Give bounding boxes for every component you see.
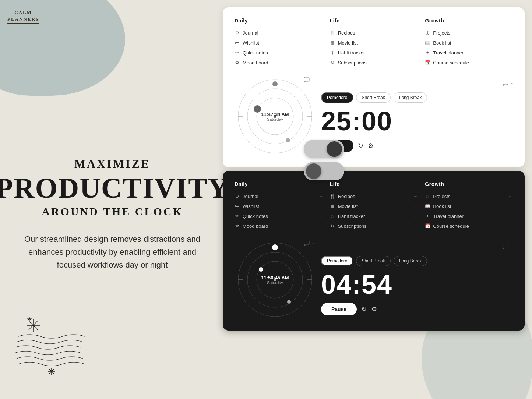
dark-habittracker-label: Habit tracker	[338, 213, 365, 219]
clock-center-light: 11:47:34 AM Saturday	[261, 112, 289, 121]
dark-nav-item-subscriptions[interactable]: ↻ Subscriptions ···	[330, 221, 418, 231]
daily-title: Daily	[235, 18, 323, 24]
dark-projects-label: Projects	[433, 194, 450, 199]
dark-wishlist-label: Wishlist	[243, 204, 259, 209]
chat-bubble-dark: ···	[304, 241, 314, 246]
right-panel: Daily ⊙ Journal ··· ≔ Wishlist ···	[215, 0, 532, 399]
travelplanner-label: Travel planner	[433, 50, 464, 56]
clock-day-dark: Saturday	[261, 280, 289, 285]
headline-area: MAXIMIZE PRODUCTIVITY AROUND THE CLOCK O…	[0, 157, 229, 272]
toggle-switch-off[interactable]	[304, 162, 344, 180]
moodboard-label: Mood board	[243, 60, 268, 66]
projects-label: Projects	[433, 30, 450, 36]
dark-nav-item-wishlist[interactable]: ≔ Wishlist ···	[235, 201, 323, 211]
dark-journal-icon: ⊙	[235, 194, 240, 199]
svg-point-32	[272, 244, 278, 250]
quicknotes-icon: ✏	[235, 50, 240, 56]
light-pomo-tabs: Pomodoro Short Break Long Break	[321, 92, 513, 103]
nav-item-travelplanner[interactable]: ✈ Travel planner ···	[425, 48, 513, 58]
recipes-icon: 🍴	[330, 31, 335, 36]
daily-column: Daily ⊙ Journal ··· ≔ Wishlist ···	[235, 18, 323, 68]
dark-movielist-icon: ▦	[330, 204, 335, 209]
growth-title: Growth	[425, 18, 513, 24]
dark-life-column: Life 🍴 Recipes ··· ▦ Movie list ···	[330, 181, 418, 231]
booklist-icon: 📖	[425, 40, 430, 46]
productivity-text: PRODUCTIVITY	[0, 174, 229, 202]
wishlist-label: Wishlist	[243, 40, 259, 46]
wishlist-icon: ≔	[235, 40, 240, 46]
dark-recipes-label: Recipes	[338, 194, 355, 199]
subscriptions-label: Subscriptions	[338, 60, 367, 66]
nav-item-projects[interactable]: ◎ Projects ···	[425, 28, 513, 38]
journal-label: Journal	[243, 30, 258, 36]
svg-point-33	[259, 267, 263, 272]
pomo-tab-long-dark[interactable]: Long Break	[394, 256, 427, 266]
dark-subscriptions-icon: ↻	[330, 224, 335, 229]
dark-subscriptions-label: Subscriptions	[338, 223, 367, 229]
description-text: Our streamlined design removes distracti…	[24, 233, 201, 272]
nav-item-quicknotes[interactable]: ✏ Quick notes ···	[235, 48, 323, 58]
pomo-tab-long-light[interactable]: Long Break	[394, 92, 427, 103]
chat-bubble-light: ···	[304, 77, 314, 82]
dark-daily-column: Daily ⊙ Journal ··· ≔ Wishlist ···	[235, 181, 323, 231]
dark-nav-item-travelplanner[interactable]: ✈ Travel planner ···	[425, 211, 513, 221]
dark-nav-item-movielist[interactable]: ▦ Movie list ···	[330, 201, 418, 211]
dark-refresh-icon[interactable]: ↻	[361, 305, 367, 313]
dark-wishlist-icon: ≔	[235, 204, 240, 209]
nav-item-journal[interactable]: ⊙ Journal ···	[235, 28, 323, 38]
dark-pause-button[interactable]: Pause	[321, 303, 357, 315]
dark-settings-icon[interactable]: ⚙	[371, 305, 377, 313]
light-settings-icon[interactable]: ⚙	[368, 142, 374, 150]
dark-growth-column: Growth ◎ Projects ··· 📖 Book list ···	[425, 181, 513, 231]
dark-nav-item-moodboard[interactable]: ✿ Mood board ···	[235, 221, 323, 231]
dark-travelplanner-label: Travel planner	[433, 213, 464, 219]
dark-habittracker-icon: ◎	[330, 214, 335, 219]
light-mode-card: Daily ⊙ Journal ··· ≔ Wishlist ···	[223, 7, 525, 167]
nav-item-recipes[interactable]: 🍴 Recipes ···	[330, 28, 418, 38]
nav-item-movielist[interactable]: ▦ Movie list ···	[330, 38, 418, 48]
nav-item-habittracker[interactable]: ◎ Habit tracker ···	[330, 48, 418, 58]
dark-nav-item-projects[interactable]: ◎ Projects ···	[425, 191, 513, 201]
courseschedule-icon: 📅	[425, 60, 430, 66]
dark-nav-item-habittracker[interactable]: ◎ Habit tracker ···	[330, 211, 418, 221]
pomo-tab-pomodoro-light[interactable]: Pomodoro	[321, 92, 353, 103]
clock-time-light: 11:47:34 AM	[261, 112, 289, 117]
nav-item-courseschedule[interactable]: 📅 Course schedule ···	[425, 58, 513, 68]
svg-point-21	[286, 138, 290, 142]
svg-point-19	[272, 81, 278, 86]
light-nav-grid: Daily ⊙ Journal ··· ≔ Wishlist ···	[235, 18, 513, 68]
habittracker-icon: ◎	[330, 50, 335, 56]
dark-timer-row: 11:56:45 AM Saturday ··· ··· Pomodoro	[235, 239, 513, 320]
dark-nav-grid: Daily ⊙ Journal ··· ≔ Wishlist ···	[235, 181, 513, 231]
dark-clock-widget: 11:56:45 AM Saturday ···	[235, 239, 316, 320]
pomo-tab-short-dark[interactable]: Short Break	[356, 256, 390, 266]
dark-nav-item-journal[interactable]: ⊙ Journal ···	[235, 191, 323, 201]
pomo-chat-light: ···	[321, 81, 513, 86]
habittracker-label: Habit tracker	[338, 50, 365, 56]
nav-item-booklist[interactable]: 📖 Book list ···	[425, 38, 513, 48]
booklist-label: Book list	[433, 40, 451, 46]
dark-booklist-label: Book list	[433, 204, 451, 209]
left-panel: MAXIMIZE PRODUCTIVITY AROUND THE CLOCK O…	[0, 0, 225, 399]
dark-nav-item-recipes[interactable]: 🍴 Recipes ···	[330, 191, 418, 201]
life-title: Life	[330, 18, 418, 24]
dark-nav-item-quicknotes[interactable]: ✏ Quick notes ···	[235, 211, 323, 221]
toggle-switch-on[interactable]	[304, 140, 344, 158]
light-pomo-controls: Start ↻ ⚙	[321, 140, 513, 152]
subscriptions-icon: ↻	[330, 60, 335, 66]
nav-item-moodboard[interactable]: ✿ Mood board ···	[235, 58, 323, 68]
dark-nav-item-courseschedule[interactable]: 📅 Course schedule ···	[425, 221, 513, 231]
moodboard-icon: ✿	[235, 60, 240, 66]
movielist-label: Movie list	[338, 40, 358, 46]
nav-item-subscriptions[interactable]: ↻ Subscriptions ···	[330, 58, 418, 68]
clock-day-light: Saturday	[261, 117, 289, 121]
pomo-tab-pomodoro-dark[interactable]: Pomodoro	[321, 256, 353, 266]
dark-nav-item-booklist[interactable]: 📖 Book list ···	[425, 201, 513, 211]
clock-time-dark: 11:56:45 AM	[261, 275, 289, 280]
toggle-knob-on	[327, 141, 342, 157]
pomo-tab-short-light[interactable]: Short Break	[356, 92, 390, 103]
dark-movielist-label: Movie list	[338, 204, 358, 209]
light-refresh-icon[interactable]: ↻	[358, 142, 363, 150]
nav-item-wishlist[interactable]: ≔ Wishlist ···	[235, 38, 323, 48]
light-timer-row: 11:47:34 AM Saturday ··· ··· Pomodoro	[235, 76, 513, 157]
